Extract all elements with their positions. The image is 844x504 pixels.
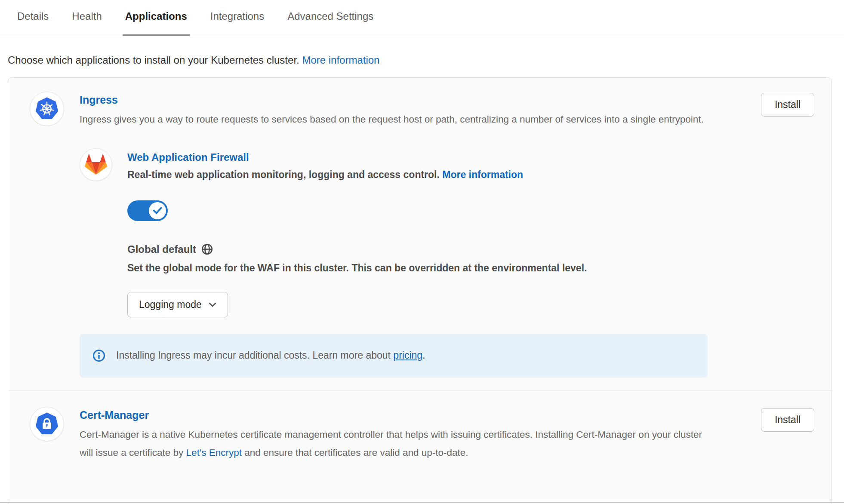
cert-manager-icon xyxy=(30,407,64,441)
more-information-link[interactable]: More information xyxy=(302,54,379,66)
cert-manager-title: Cert-Manager xyxy=(80,409,712,421)
waf-block: Web Application Firewall Real-time web a… xyxy=(80,148,712,317)
tab-advanced-settings[interactable]: Advanced Settings xyxy=(285,0,376,36)
tab-integrations[interactable]: Integrations xyxy=(208,0,267,36)
lets-encrypt-link[interactable]: Let's Encrypt xyxy=(186,447,242,458)
tab-details[interactable]: Details xyxy=(15,0,51,36)
applications-card: Ingress Ingress gives you a way to route… xyxy=(8,77,832,504)
tab-health[interactable]: Health xyxy=(69,0,104,36)
waf-global-default-help: Set the global mode for the WAF in this … xyxy=(127,262,587,274)
cert-manager-install-col: Install xyxy=(761,407,814,432)
ingress-install-button[interactable]: Install xyxy=(761,93,814,117)
globe-icon xyxy=(201,243,213,255)
waf-enabled-toggle[interactable] xyxy=(127,200,168,221)
ingress-cost-alert: Installing Ingress may incur additional … xyxy=(80,334,708,378)
cluster-tab-bar: Details Health Applications Integrations… xyxy=(0,0,844,36)
ingress-title: Ingress xyxy=(80,94,712,106)
waf-subtitle-text: Real-time web application monitoring, lo… xyxy=(127,169,440,180)
chevron-down-icon xyxy=(209,302,216,307)
cert-manager-install-button[interactable]: Install xyxy=(761,408,814,432)
waf-mode-dropdown[interactable]: Logging mode xyxy=(127,292,228,317)
waf-more-information-link[interactable]: More information xyxy=(442,169,523,180)
ingress-body: Ingress Ingress gives you a way to route… xyxy=(80,92,712,378)
info-icon xyxy=(92,349,105,362)
waf-title: Web Application Firewall xyxy=(127,151,587,163)
ingress-install-col: Install xyxy=(761,92,814,117)
waf-mode-selected: Logging mode xyxy=(139,299,202,310)
waf-content: Web Application Firewall Real-time web a… xyxy=(127,148,587,317)
ingress-row: Ingress Ingress gives you a way to route… xyxy=(8,78,832,390)
waf-subtitle: Real-time web application monitoring, lo… xyxy=(127,169,587,181)
applications-intro: Choose which applications to install on … xyxy=(8,54,844,66)
alert-text: Installing Ingress may incur additional … xyxy=(116,350,425,361)
tab-applications[interactable]: Applications xyxy=(123,0,190,36)
pricing-link[interactable]: pricing xyxy=(393,350,422,361)
cert-manager-description: Cert-Manager is a native Kubernetes cert… xyxy=(80,426,712,462)
gitlab-logo-icon xyxy=(80,148,112,181)
toggle-knob xyxy=(149,202,166,219)
check-icon xyxy=(153,207,162,214)
cert-manager-body: Cert-Manager Cert-Manager is a native Ku… xyxy=(80,407,712,462)
kubernetes-icon xyxy=(30,92,64,126)
waf-global-default-label: Global default xyxy=(127,243,587,255)
ingress-description: Ingress gives you a way to route request… xyxy=(80,111,712,129)
cert-manager-row: Cert-Manager Cert-Manager is a native Ku… xyxy=(8,390,832,475)
bottom-divider xyxy=(0,502,844,503)
intro-text: Choose which applications to install on … xyxy=(8,54,299,66)
